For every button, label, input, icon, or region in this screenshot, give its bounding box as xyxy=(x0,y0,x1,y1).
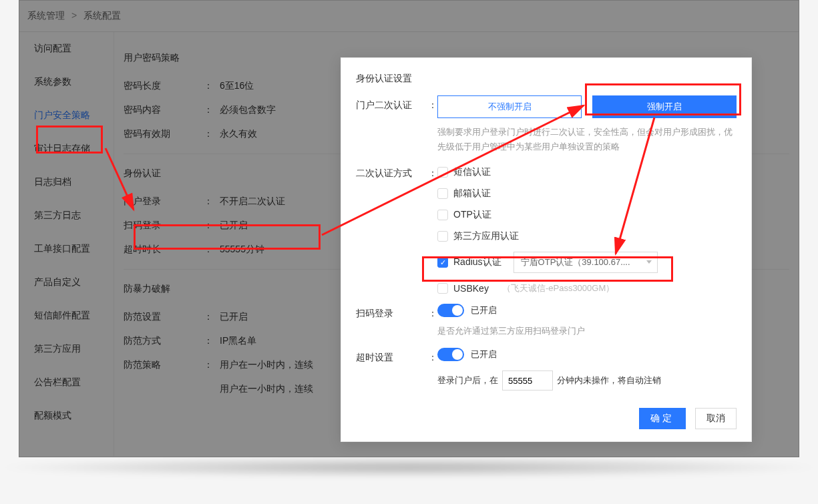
ok-button[interactable]: 确定 xyxy=(639,408,686,429)
chk-usb[interactable]: USBKey（飞天诚信-ePass3000GM） xyxy=(437,282,737,294)
scan-hint: 是否允许通过第三方应用扫码登录门户 xyxy=(437,324,737,338)
chevron-down-icon xyxy=(646,260,652,264)
checkbox-icon[interactable] xyxy=(437,188,448,199)
checkbox-icon[interactable] xyxy=(437,283,448,294)
drop-shadow xyxy=(4,457,814,477)
sec-auth-hint: 强制要求用户登录门户时进行二次认证，安全性高，但会对用户形成困扰，优先级低于用户… xyxy=(437,125,737,154)
checkbox-icon[interactable] xyxy=(437,167,448,178)
row-sec-auth: 门户二次认证： 不强制开启 强制开启 强制要求用户登录门户时进行二次认证，安全性… xyxy=(341,95,751,154)
cancel-button[interactable]: 取消 xyxy=(695,408,737,429)
chk-radius[interactable]: ✓ Radius认证 宁盾OTP认证（39.100.67.... xyxy=(437,252,737,273)
seg-no-force-button[interactable]: 不强制开启 xyxy=(437,95,582,118)
dialog-title: 身份认证设置 xyxy=(341,73,751,95)
timeout-switch[interactable] xyxy=(437,348,464,361)
row-method: 二次认证方式： 短信认证 邮箱认证 OTP认证 第三方应用认证 ✓ Radius… xyxy=(341,164,751,294)
checkbox-checked-icon[interactable]: ✓ xyxy=(437,257,448,268)
identity-auth-dialog: 身份认证设置 门户二次认证： 不强制开启 强制开启 强制要求用户登录门户时进行二… xyxy=(341,57,752,442)
chk-otp[interactable]: OTP认证 xyxy=(437,209,737,221)
checkbox-icon[interactable] xyxy=(437,210,448,220)
chk-sms[interactable]: 短信认证 xyxy=(437,166,737,178)
timeout-minutes-input[interactable] xyxy=(502,370,553,391)
chk-third[interactable]: 第三方应用认证 xyxy=(437,230,737,242)
row-timeout: 超时设置： 已开启 登录门户后，在 分钟内未操作，将自动注销 xyxy=(341,348,751,391)
seg-force-button[interactable]: 强制开启 xyxy=(592,95,737,118)
scan-switch[interactable] xyxy=(437,304,464,317)
row-scan: 扫码登录： 已开启 是否允许通过第三方应用扫码登录门户 xyxy=(341,304,751,338)
checkbox-icon[interactable] xyxy=(437,231,448,242)
chk-email[interactable]: 邮箱认证 xyxy=(437,188,737,200)
radius-select[interactable]: 宁盾OTP认证（39.100.67.... xyxy=(514,252,658,273)
